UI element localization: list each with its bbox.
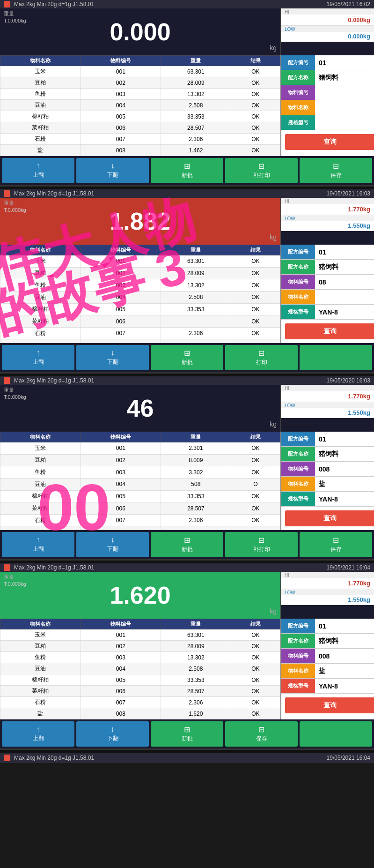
main-display-1: 重量 T:0.000kg 0.000 kg HI 0.000kg LOW 0.0… xyxy=(0,8,374,55)
table-cell: 002 xyxy=(81,454,161,466)
btn-新批-2[interactable]: ⊞ 新批 xyxy=(151,158,223,183)
btn-上翻-0[interactable]: ↑ 上翻 xyxy=(2,532,74,557)
hi-value-4: 1.770kg xyxy=(281,578,374,589)
th-3-3: 结果 xyxy=(231,432,280,442)
table-cell: 玉米 xyxy=(0,442,81,455)
lo-value-1: 0.000kg xyxy=(281,32,374,42)
tare-label-1: T:0.000kg xyxy=(4,18,26,23)
main-display-3: 重量 T:0.000kg 46 kg HI 1.770kg LOW 1.550k… xyxy=(0,385,374,432)
info-label-2: 物料编号 xyxy=(281,85,315,100)
btn-保存-4[interactable]: ⊟ 保存 xyxy=(300,158,372,183)
btn-下翻-1[interactable]: ↓ 下翻 xyxy=(76,532,149,557)
button-bar-1: ↑ 上翻 ↓ 下翻 ⊞ 新批 ⊟ 补打印 ⊟ 保存 xyxy=(0,156,374,185)
table-row: 玉米0012.301OK xyxy=(0,442,280,455)
btn-补打印-3[interactable]: ⊟ 补打印 xyxy=(225,158,298,183)
btn-新批-2[interactable]: ⊞ 新批 xyxy=(151,532,223,557)
table-row: 棉籽粕00533.353OK xyxy=(0,490,280,502)
button-bar-3: ↑ 上翻 ↓ 下翻 ⊞ 新批 ⊟ 补打印 ⊟ 保存 xyxy=(0,530,374,559)
table-cell: 007 xyxy=(81,514,161,526)
btn-下翻-1[interactable]: ↓ 下翻 xyxy=(76,158,149,183)
weight-area-4: 重量 T:0.000kg 1.620 kg xyxy=(0,572,280,619)
lo-label-4: LOW xyxy=(281,589,374,595)
btn-保存-3[interactable]: ⊟ 保存 xyxy=(225,721,298,747)
btn-label-1: 下翻 xyxy=(107,734,118,742)
weight-label-2: 重量 xyxy=(4,200,14,207)
table-header-row-3: 物料名称物料编号重量结果 xyxy=(0,432,280,442)
table-cell: 13.302 xyxy=(161,652,231,663)
lo-value-2: 1.550kg xyxy=(281,221,374,231)
btn-上翻-0[interactable]: ↑ 上翻 xyxy=(2,345,74,370)
table-cell: 28.009 xyxy=(161,267,231,279)
btn-action-4[interactable] xyxy=(300,345,372,370)
query-btn-2[interactable]: 查询 xyxy=(285,323,374,339)
table-cell: 003 xyxy=(81,89,161,100)
query-btn-4[interactable]: 查询 xyxy=(285,697,374,713)
table-container-4: 物料名称物料编号重量结果 玉米00163.301OK 豆粕00228.009OK… xyxy=(0,619,374,719)
table-cell: 2.306 xyxy=(161,514,231,526)
btn-上翻-0[interactable]: ↑ 上翻 xyxy=(2,158,74,183)
table-cell: 豆粕 xyxy=(0,77,81,89)
info-value-1: 猪饲料 xyxy=(315,634,374,648)
btn-icon-3: ⊟ xyxy=(258,162,264,171)
table-cell: 33.353 xyxy=(161,303,231,315)
table-cell: 石粉 xyxy=(0,697,81,708)
table-cell: OK xyxy=(231,466,280,479)
table-header-row-2: 物料名称物料编号重量结果 xyxy=(0,245,280,255)
status-bar-right-text-2: 19/05/2021 16:03 xyxy=(327,190,370,197)
info-label-1: 配方名称 xyxy=(281,634,315,648)
table-cell: 菜籽粕 xyxy=(0,315,81,328)
btn-上翻-0[interactable]: ↑ 上翻 xyxy=(2,721,74,747)
btn-新批-2[interactable]: ⊞ 新批 xyxy=(151,721,223,747)
status-indicator-1 xyxy=(4,1,10,7)
kg-unit-1: kg xyxy=(270,44,277,52)
query-btn-1[interactable]: 查询 xyxy=(285,134,374,150)
hi-label-3: HI xyxy=(281,385,374,391)
btn-新批-2[interactable]: ⊞ 新批 xyxy=(151,345,223,370)
right-panel-4: HI 1.770kg LOW 1.550kg xyxy=(280,572,374,619)
btn-icon-1: ↓ xyxy=(111,725,115,733)
btn-label-4: 保存 xyxy=(330,172,342,180)
main-display-2: 重量 T:0.000kg 1.882 kg HI 1.770kg LOW 1.5… xyxy=(0,198,374,245)
table-cell: OK xyxy=(231,629,280,641)
table-cell: 玉米 xyxy=(0,66,81,77)
table-cell: 006 xyxy=(81,315,161,328)
table-cell xyxy=(161,339,231,343)
info-value-0: 01 xyxy=(315,245,374,259)
btn-下翻-1[interactable]: ↓ 下翻 xyxy=(76,345,149,370)
th-3-4: 结果 xyxy=(231,619,280,629)
info-row: 配方编号 01 xyxy=(281,55,374,70)
status-bar-left-text-2: Max 2kg Min 20g d=1g J1.58.01 xyxy=(14,190,94,197)
table-cell: 鱼粉 xyxy=(0,466,81,479)
query-btn-3[interactable]: 查询 xyxy=(285,510,374,526)
btn-label-0: 上翻 xyxy=(33,734,44,742)
data-table-1: 物料名称物料编号重量结果 玉米00163.301OK 豆粕00228.009OK… xyxy=(0,55,280,156)
info-label-1: 配方名称 xyxy=(281,447,315,461)
info-value-0: 01 xyxy=(315,55,374,70)
btn-补打印-3[interactable]: ⊟ 补打印 xyxy=(225,532,298,557)
table-cell: 001 xyxy=(81,255,161,268)
main-display-4: 重量 T:0.000kg 1.620 kg HI 1.770kg LOW 1.5… xyxy=(0,572,374,619)
table-cell: 2.306 xyxy=(161,697,231,708)
table-cell: OK xyxy=(231,315,280,328)
table-cell xyxy=(81,526,161,530)
table-cell: 006 xyxy=(81,686,161,697)
table-cell: 007 xyxy=(81,327,161,339)
btn-打印-3[interactable]: ⊟ 打印 xyxy=(225,345,298,370)
th-1-1: 物料编号 xyxy=(81,56,161,66)
tare-label-2: T:0.000kg xyxy=(4,207,26,213)
table-cell: 石粉 xyxy=(0,134,81,145)
table-cell: OK xyxy=(231,697,280,708)
btn-label-3: 补打印 xyxy=(253,172,270,180)
table-cell: 石粉 xyxy=(0,327,81,339)
table-cell: 004 xyxy=(81,663,161,674)
table-cell: O xyxy=(231,478,280,490)
tare-label-4: T:0.000kg xyxy=(4,581,26,587)
btn-下翻-1[interactable]: ↓ 下翻 xyxy=(76,721,149,747)
info-value-1: 猪饲料 xyxy=(315,70,374,85)
panel-4: Max 2kg Min 20g d=1g J1.58.01 19/05/2021… xyxy=(0,563,374,750)
panel-2: 伟大人物 的故事 3 Max 2kg Min 20g d=1g J1.58.01… xyxy=(0,189,374,374)
th-2-2: 重量 xyxy=(161,245,231,255)
table-header-row-1: 物料名称物料编号重量结果 xyxy=(0,56,280,66)
btn-action-4[interactable] xyxy=(300,721,372,747)
btn-保存-4[interactable]: ⊟ 保存 xyxy=(300,532,372,557)
